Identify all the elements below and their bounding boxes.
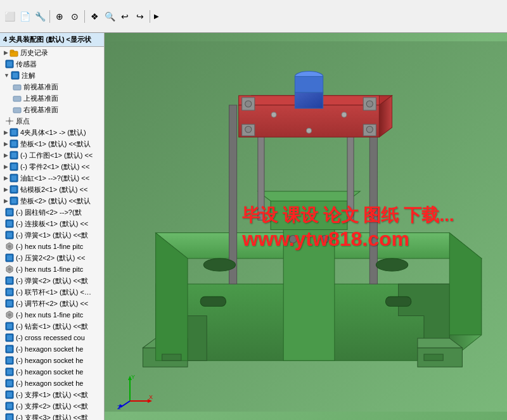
svg-rect-17 bbox=[11, 153, 16, 158]
svg-text:X: X bbox=[149, 394, 153, 400]
tree-item[interactable]: 传感器 bbox=[0, 58, 104, 70]
tree-item[interactable]: ▶油缸<1> -->?(默认) << bbox=[0, 172, 104, 184]
tree-item-label: 垫板<1> (默认) <<默认 bbox=[20, 139, 91, 149]
tree-item[interactable]: (-) 圆柱销<2> -->?(默 bbox=[0, 207, 104, 218]
svg-point-37 bbox=[8, 268, 11, 271]
tree-item-label: (-) 零件2<1> (默认) << bbox=[20, 162, 89, 172]
toolbar-icon-8[interactable]: ↩ bbox=[118, 10, 132, 23]
svg-point-113 bbox=[289, 236, 297, 243]
toolbar-icon-2[interactable]: 📄 bbox=[18, 10, 32, 23]
tree-item[interactable]: (-) 压簧2<2> (默认) << bbox=[0, 252, 104, 264]
tree-item[interactable]: (-) hex nuts 1-fine pitc bbox=[0, 264, 104, 275]
tree-item-label: (-) hexagon socket he bbox=[16, 355, 83, 366]
toolbar-icon-6[interactable]: ❖ bbox=[87, 10, 101, 23]
machine-3d-view bbox=[105, 33, 507, 420]
tree-item[interactable]: (-) 支撑<1> (默认) <<默 bbox=[0, 389, 104, 400]
toolbar-separator-3 bbox=[150, 10, 150, 23]
tree-collapse-arrow[interactable]: ▶ bbox=[4, 162, 8, 172]
tree-item-icon bbox=[9, 48, 19, 58]
tree-collapse-arrow[interactable]: ▶ bbox=[4, 127, 8, 137]
axis-indicator: Y X Z bbox=[117, 372, 155, 410]
tree-item[interactable]: (-) 支撑<3> (默认) <<默 bbox=[0, 412, 104, 420]
tree-item-label: (-) hex nuts 1-fine pitc bbox=[16, 241, 83, 251]
svg-text:Z: Z bbox=[117, 404, 121, 410]
tree-collapse-arrow[interactable]: ▶ bbox=[4, 173, 8, 183]
svg-rect-101 bbox=[295, 92, 323, 108]
tree-item-icon bbox=[4, 230, 15, 240]
toolbar-icon-1[interactable]: ⬜ bbox=[3, 10, 16, 23]
svg-point-108 bbox=[376, 258, 408, 271]
tree-collapse-arrow[interactable]: ▶ bbox=[4, 150, 8, 160]
svg-marker-83 bbox=[258, 191, 360, 201]
tree-item-label: 右视基准面 bbox=[23, 105, 58, 115]
tree-item[interactable]: (-) hexagon socket he bbox=[0, 366, 104, 378]
tree-item[interactable]: 上视基准面 bbox=[0, 92, 104, 104]
tree-collapse-arrow[interactable]: ▶ bbox=[4, 139, 8, 149]
tree-collapse-arrow[interactable]: ▶ bbox=[4, 184, 8, 194]
tree-item-icon bbox=[4, 287, 15, 297]
tree-item-icon bbox=[4, 116, 15, 126]
toolbar-icon-3[interactable]: 🔧 bbox=[33, 10, 47, 23]
svg-point-99 bbox=[366, 126, 373, 132]
tree-item[interactable]: (-) 调节杆<2> (默认) << bbox=[0, 298, 104, 309]
feature-tree-panel: 4 夹具装配图 (默认) <显示状 ▶历史记录 传感器▼注解 前视基准面 上视基… bbox=[0, 33, 105, 420]
tree-item[interactable]: (-) hexagon socket he bbox=[0, 343, 104, 355]
viewport-3d[interactable]: 毕设 课设 论文 图纸 下载... www.ytw818.com Y X Z bbox=[105, 33, 507, 420]
tree-item-icon bbox=[4, 59, 15, 69]
svg-rect-53 bbox=[7, 358, 12, 363]
svg-rect-5 bbox=[13, 73, 18, 78]
tree-item-label: (-) 弹簧<2> (默认) <<默 bbox=[16, 276, 88, 286]
tree-item[interactable]: (-) cross recessed cou bbox=[0, 332, 104, 343]
tree-item-icon bbox=[4, 219, 15, 229]
svg-rect-13 bbox=[11, 130, 16, 135]
toolbar-icon-5[interactable]: ⊙ bbox=[68, 10, 82, 23]
tree-item[interactable]: (-) 联节杆<1> (默认) <<默 bbox=[0, 286, 104, 298]
tree-item[interactable]: (-) 弹簧<1> (默认) <<默 bbox=[0, 229, 104, 241]
tree-item[interactable]: ▶(-) 工作图<1> (默认) << bbox=[0, 150, 104, 161]
svg-point-96 bbox=[245, 101, 252, 107]
tree-item[interactable]: (-) hexagon socket he bbox=[0, 378, 104, 389]
tree-item[interactable]: ▶垫板<1> (默认) <<默认 bbox=[0, 138, 104, 150]
tree-item[interactable]: (-) hexagon socket he bbox=[0, 355, 104, 366]
tree-collapse-arrow[interactable]: ▶ bbox=[4, 196, 8, 206]
tree-collapse-arrow[interactable]: ▼ bbox=[4, 70, 10, 80]
toolbar-icon-9[interactable]: ↪ bbox=[133, 10, 147, 23]
tree-item-label: (-) hexagon socket he bbox=[16, 378, 83, 388]
svg-text:Y: Y bbox=[131, 374, 135, 380]
toolbar-icon-7[interactable]: 🔍 bbox=[103, 10, 117, 23]
tree-item[interactable]: ▶4夹具体<1> -> (默认) bbox=[0, 127, 104, 138]
tree-item-icon bbox=[9, 139, 19, 149]
svg-rect-43 bbox=[7, 301, 12, 306]
tree-item-icon bbox=[4, 264, 15, 274]
tree-item[interactable]: (-) 钻套<1> (默认) <<默 bbox=[0, 321, 104, 332]
tree-item[interactable]: (-) 支撑<2> (默认) <<默 bbox=[0, 400, 104, 412]
tree-item[interactable]: ▶垫板<2> (默认) <<默认 bbox=[0, 195, 104, 207]
tree-item-icon bbox=[4, 355, 15, 366]
tree-item[interactable]: 前视基准面 bbox=[0, 81, 104, 92]
svg-rect-82 bbox=[271, 201, 347, 229]
tree-item[interactable]: ▶历史记录 bbox=[0, 47, 104, 58]
svg-rect-110 bbox=[424, 354, 443, 360]
tree-item-label: 油缸<1> -->?(默认) << bbox=[20, 173, 89, 183]
tree-item[interactable]: (-) hex nuts 1-fine pitc bbox=[0, 241, 104, 252]
toolbar-separator-1 bbox=[49, 10, 50, 23]
tree-item[interactable]: ▶(-) 零件2<1> (默认) << bbox=[0, 161, 104, 172]
toolbar-icon-4[interactable]: ⊕ bbox=[53, 10, 67, 23]
tree-item[interactable]: (-) 弹簧<2> (默认) <<默 bbox=[0, 275, 104, 286]
tree-collapse-arrow[interactable]: ▶ bbox=[4, 48, 8, 58]
svg-rect-59 bbox=[7, 392, 12, 397]
tree-item[interactable]: ▼注解 bbox=[0, 70, 104, 81]
tree-item-icon bbox=[4, 276, 15, 286]
svg-rect-7 bbox=[13, 96, 21, 101]
toolbar-expand-arrow[interactable]: ▶ bbox=[153, 10, 160, 23]
tree-item[interactable]: 右视基准面 bbox=[0, 104, 104, 115]
tree-item[interactable]: (-) 连接板<1> (默认) << bbox=[0, 218, 104, 229]
tree-item-icon bbox=[12, 82, 22, 92]
tree-item-label: (-) 支撑<1> (默认) <<默 bbox=[16, 390, 88, 400]
tree-item[interactable]: (-) hex nuts 1-fine pitc bbox=[0, 309, 104, 321]
tree-item[interactable]: 原点 bbox=[0, 115, 104, 127]
tree-item[interactable]: ▶钻模板2<1> (默认) << bbox=[0, 184, 104, 195]
tree-item-label: 上视基准面 bbox=[23, 93, 58, 103]
svg-point-33 bbox=[8, 245, 11, 248]
svg-point-106 bbox=[307, 128, 312, 133]
